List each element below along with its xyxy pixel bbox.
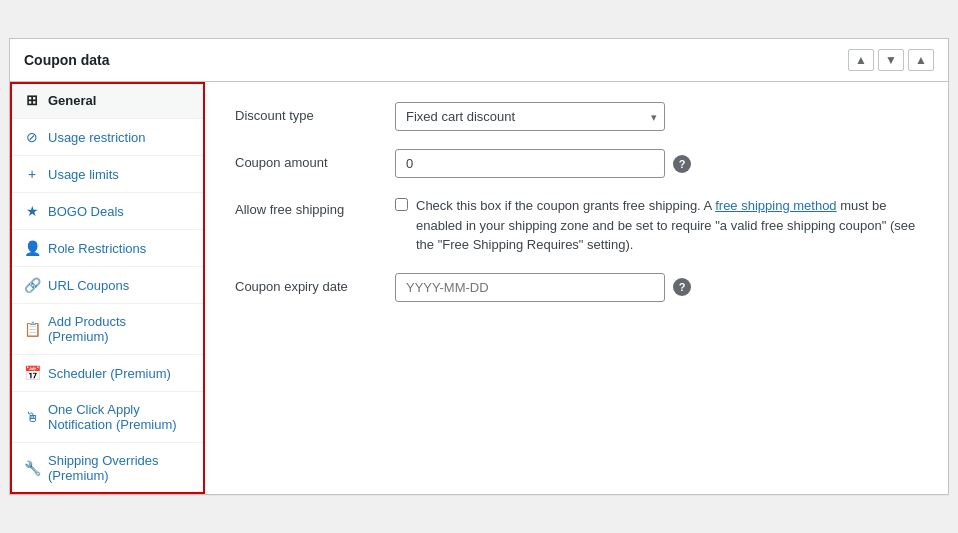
panel-toggle-button[interactable]: ▲ xyxy=(908,49,934,71)
coupon-data-panel: Coupon data ▲ ▼ ▲ ⊞ General ⊘ Usage rest… xyxy=(9,38,949,495)
panel-down-button[interactable]: ▼ xyxy=(878,49,904,71)
discount-type-select-wrapper: Percentage discount Fixed cart discount … xyxy=(395,102,665,131)
sidebar-item-bogo-deals[interactable]: ★ BOGO Deals xyxy=(10,193,204,230)
coupon-amount-help-icon[interactable]: ? xyxy=(673,155,691,173)
allow-free-shipping-field: Check this box if the coupon grants free… xyxy=(395,196,918,255)
coupon-expiry-date-field: ? xyxy=(395,273,918,302)
coupon-amount-label: Coupon amount xyxy=(235,149,395,170)
sidebar-item-label: URL Coupons xyxy=(48,278,129,293)
coupon-amount-row: Coupon amount ? xyxy=(235,149,918,178)
sidebar-item-label: General xyxy=(48,93,96,108)
sidebar-item-label: BOGO Deals xyxy=(48,204,124,219)
coupon-expiry-date-label: Coupon expiry date xyxy=(235,273,395,294)
coupon-expiry-help-icon[interactable]: ? xyxy=(673,278,691,296)
discount-type-row: Discount type Percentage discount Fixed … xyxy=(235,102,918,131)
panel-title: Coupon data xyxy=(24,52,110,68)
scheduler-icon: 📅 xyxy=(24,365,40,381)
free-shipping-text: Check this box if the coupon grants free… xyxy=(416,196,918,255)
sidebar-item-label: Usage restriction xyxy=(48,130,146,145)
one-click-apply-icon: 🖱 xyxy=(24,409,40,425)
discount-type-field: Percentage discount Fixed cart discount … xyxy=(395,102,918,131)
sidebar-item-general[interactable]: ⊞ General xyxy=(10,82,204,119)
sidebar-item-usage-limits[interactable]: + Usage limits xyxy=(10,156,204,193)
usage-restriction-icon: ⊘ xyxy=(24,129,40,145)
sidebar-item-add-products[interactable]: 📋 Add Products (Premium) xyxy=(10,304,204,355)
coupon-amount-field: ? xyxy=(395,149,918,178)
sidebar-item-usage-restriction[interactable]: ⊘ Usage restriction xyxy=(10,119,204,156)
sidebar-item-scheduler[interactable]: 📅 Scheduler (Premium) xyxy=(10,355,204,392)
allow-free-shipping-row: Allow free shipping Check this box if th… xyxy=(235,196,918,255)
free-shipping-method-link[interactable]: free shipping method xyxy=(715,198,836,213)
sidebar: ⊞ General ⊘ Usage restriction + Usage li… xyxy=(10,82,205,494)
sidebar-item-role-restrictions[interactable]: 👤 Role Restrictions xyxy=(10,230,204,267)
sidebar-item-label: Scheduler (Premium) xyxy=(48,366,171,381)
shipping-overrides-icon: 🔧 xyxy=(24,460,40,476)
panel-body: ⊞ General ⊘ Usage restriction + Usage li… xyxy=(10,82,948,494)
url-coupons-icon: 🔗 xyxy=(24,277,40,293)
sidebar-item-shipping-overrides[interactable]: 🔧 Shipping Overrides (Premium) xyxy=(10,443,204,494)
sidebar-item-label: One Click Apply Notification (Premium) xyxy=(48,402,190,432)
panel-controls: ▲ ▼ ▲ xyxy=(848,49,934,71)
coupon-expiry-date-row: Coupon expiry date ? xyxy=(235,273,918,302)
discount-type-select[interactable]: Percentage discount Fixed cart discount … xyxy=(395,102,665,131)
coupon-expiry-date-input[interactable] xyxy=(395,273,665,302)
sidebar-item-label: Add Products (Premium) xyxy=(48,314,190,344)
role-restrictions-icon: 👤 xyxy=(24,240,40,256)
panel-up-button[interactable]: ▲ xyxy=(848,49,874,71)
panel-header: Coupon data ▲ ▼ ▲ xyxy=(10,39,948,82)
allow-free-shipping-checkbox[interactable] xyxy=(395,198,408,211)
coupon-amount-input[interactable] xyxy=(395,149,665,178)
free-shipping-checkbox-row: Check this box if the coupon grants free… xyxy=(395,196,918,255)
sidebar-item-label: Shipping Overrides (Premium) xyxy=(48,453,190,483)
allow-free-shipping-label: Allow free shipping xyxy=(235,196,395,217)
sidebar-item-one-click-apply[interactable]: 🖱 One Click Apply Notification (Premium) xyxy=(10,392,204,443)
sidebar-item-label: Role Restrictions xyxy=(48,241,146,256)
general-icon: ⊞ xyxy=(24,92,40,108)
add-products-icon: 📋 xyxy=(24,321,40,337)
sidebar-item-label: Usage limits xyxy=(48,167,119,182)
bogo-deals-icon: ★ xyxy=(24,203,40,219)
sidebar-item-url-coupons[interactable]: 🔗 URL Coupons xyxy=(10,267,204,304)
main-content: Discount type Percentage discount Fixed … xyxy=(205,82,948,494)
discount-type-label: Discount type xyxy=(235,102,395,123)
usage-limits-icon: + xyxy=(24,166,40,182)
